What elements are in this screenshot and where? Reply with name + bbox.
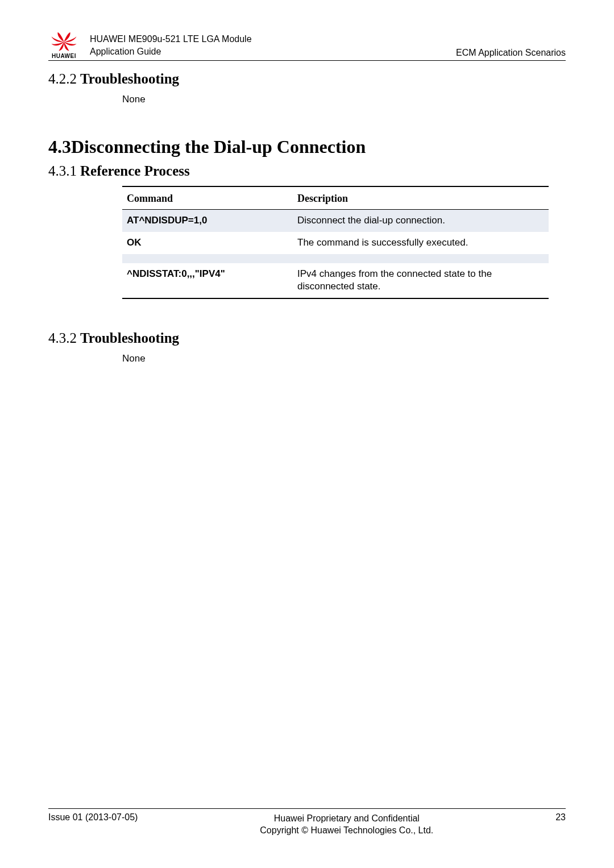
cell-description: IPv4 changes from the connected state to… [293,263,549,299]
footer-issue: Issue 01 (2013-07-05) [48,812,138,823]
heading-number: 4.3 [48,136,71,157]
table-row: OK The command is successfully executed. [122,232,549,254]
cell-command: AT^NDISDUP=1,0 [122,209,293,231]
heading-text: Troubleshooting [80,330,179,346]
table-header-row: Command Description [122,186,549,210]
col-description: Description [293,186,549,210]
heading-4-2-2: 4.2.2Troubleshooting [48,71,566,87]
reference-process-table: Command Description AT^NDISDUP=1,0 Disco… [122,186,549,300]
cell-description: Disconnect the dial-up connection. [293,209,549,231]
col-command: Command [122,186,293,210]
body-4-2-2: None [122,94,566,105]
header-title-line2: Application Guide [90,45,456,58]
cell-description [293,254,549,263]
cell-command: ^NDISSTAT:0,,,"IPV4" [122,263,293,299]
huawei-logo: HUAWEI [48,31,80,59]
cell-command [122,254,293,263]
footer-copyright: Huawei Proprietary and Confidential Copy… [138,812,555,837]
footer-page-number: 23 [555,812,566,823]
cell-command: OK [122,232,293,254]
heading-number: 4.3.1 [48,163,77,178]
header-title: HUAWEI ME909u-521 LTE LGA Module Applica… [90,33,456,59]
body-4-3-2: None [122,353,566,364]
footer-line1: Huawei Proprietary and Confidential [138,812,555,825]
heading-text: Disconnecting the Dial-up Connection [71,136,366,157]
page-header: HUAWEI HUAWEI ME909u-521 LTE LGA Module … [48,31,566,61]
table-row: AT^NDISDUP=1,0 Disconnect the dial-up co… [122,209,549,231]
heading-4-3: 4.3Disconnecting the Dial-up Connection [48,136,566,157]
table-row: ^NDISSTAT:0,,,"IPV4" IPv4 changes from t… [122,263,549,299]
logo-text: HUAWEI [48,53,80,59]
heading-text: Troubleshooting [80,71,179,86]
heading-4-3-1: 4.3.1Reference Process [48,163,566,179]
table-row [122,254,549,263]
heading-4-3-2: 4.3.2Troubleshooting [48,330,566,346]
header-section-name: ECM Application Scenarios [456,48,566,59]
footer-line2: Copyright © Huawei Technologies Co., Ltd… [138,824,555,837]
heading-number: 4.3.2 [48,330,77,346]
heading-number: 4.2.2 [48,71,77,86]
header-title-line1: HUAWEI ME909u-521 LTE LGA Module [90,33,456,45]
page-footer: Issue 01 (2013-07-05) Huawei Proprietary… [48,808,566,837]
heading-text: Reference Process [80,163,190,178]
cell-description: The command is successfully executed. [293,232,549,254]
huawei-flower-icon [48,31,80,52]
